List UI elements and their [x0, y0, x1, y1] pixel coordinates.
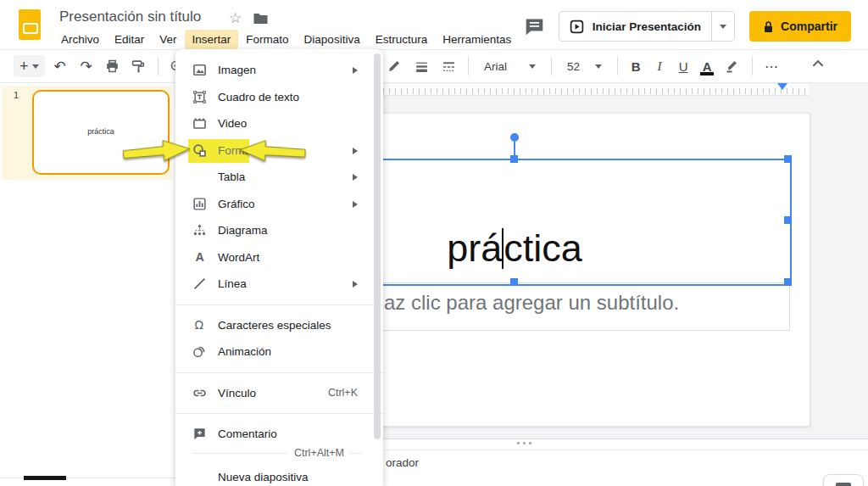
insert-menu-item-caracteres-especiales[interactable]: ΩCaracteres especiales — [175, 312, 383, 339]
empty-icon-slot — [192, 170, 208, 184]
toolbar-left: + ↶ ↷ — [14, 53, 188, 79]
menu-item-label: Nueva diapositiva — [218, 471, 309, 483]
toolbar-divider — [752, 57, 753, 75]
new-slide-button[interactable]: + — [14, 55, 45, 77]
toolbar: + ↶ ↷ — [0, 49, 868, 83]
redo-button[interactable]: ↷ — [75, 55, 97, 77]
insert-menu-item-grafico[interactable]: Gráfico — [175, 191, 383, 218]
link-icon — [192, 386, 208, 400]
paint-format-button[interactable] — [128, 55, 150, 77]
insert-menu-item-video[interactable]: Video — [175, 110, 383, 137]
menubar-item-archivo[interactable]: Archivo — [53, 30, 107, 49]
shape-icon — [192, 143, 208, 158]
highlight-color-button[interactable] — [721, 55, 743, 77]
submenu-arrow-icon — [353, 174, 361, 181]
menubar-item-diapositiva[interactable]: Diapositiva — [297, 30, 368, 49]
omega-icon: Ω — [192, 318, 208, 332]
insert-menu-item-tabla[interactable]: Tabla — [175, 164, 383, 191]
font-family-select[interactable]: Arial — [477, 60, 542, 73]
font-size-select[interactable]: 52 — [560, 60, 609, 73]
italic-button[interactable]: I — [650, 59, 669, 74]
folder-icon[interactable] — [253, 13, 268, 25]
share-button[interactable]: Compartir — [749, 11, 851, 42]
chevron-down-icon — [595, 64, 602, 72]
border-dash-button[interactable] — [437, 55, 459, 77]
explore-button[interactable] — [823, 474, 864, 486]
star-icon[interactable]: ☆ — [229, 9, 242, 27]
insert-menu-item-imagen[interactable]: Imagen — [175, 57, 383, 84]
menu-divider — [175, 372, 383, 373]
menubar-item-herramientas[interactable]: Herramientas — [435, 30, 519, 49]
image-icon — [192, 63, 208, 77]
google-slides-app: Presentación sin título ☆ ArchivoEditarV… — [0, 0, 868, 486]
resize-handle-bottom-center[interactable] — [510, 278, 518, 286]
animation-icon — [192, 344, 208, 359]
menubar-item-formato[interactable]: Formato — [238, 30, 296, 49]
present-options-dropdown[interactable] — [711, 12, 734, 41]
border-color-button[interactable] — [383, 55, 405, 77]
submenu-arrow-icon — [353, 67, 361, 74]
menubar-item-ver[interactable]: Ver — [152, 30, 184, 49]
resize-handle-top-center[interactable] — [510, 155, 518, 163]
insert-menu-item-nueva-diapositiva[interactable]: Nueva diapositiva — [175, 464, 383, 486]
insert-menu-item-diagrama[interactable]: Diagrama — [175, 217, 383, 244]
underline-button[interactable]: U — [674, 59, 693, 74]
print-button[interactable] — [102, 55, 124, 77]
chevron-down-icon[interactable] — [32, 64, 39, 72]
menu-item-label: Gráfico — [218, 198, 255, 210]
menu-item-label: Caracteres especiales — [218, 319, 331, 332]
insert-menu-item-wordart[interactable]: AWordArt — [175, 244, 383, 271]
bold-button[interactable]: B — [626, 59, 645, 74]
rotation-handle[interactable] — [510, 133, 519, 142]
menu-item-label: Línea — [218, 277, 247, 290]
share-button-label: Compartir — [781, 20, 837, 33]
document-title[interactable]: Presentación sin título — [59, 8, 201, 25]
insert-menu-item-cuadro-de-texto[interactable]: Cuadro de texto — [175, 84, 383, 111]
ruler-indent-marker[interactable] — [777, 83, 787, 95]
resize-handle-middle-right[interactable] — [784, 216, 792, 224]
lock-icon — [763, 20, 774, 33]
insert-menu-item-comentario[interactable]: Comentario — [175, 421, 383, 448]
comments-icon[interactable] — [525, 18, 544, 36]
wordart-icon: A — [192, 250, 208, 265]
hide-menus-button[interactable] — [810, 56, 826, 71]
text-color-button[interactable]: A — [698, 59, 716, 74]
slides-logo-inner — [23, 23, 38, 34]
chevron-down-icon — [720, 25, 726, 32]
border-weight-button[interactable] — [410, 55, 432, 77]
menu-item-label: Vínculo — [218, 387, 256, 399]
toolbar-right: Arial 52 B I U A ⋯ — [383, 53, 779, 79]
empty-icon-slot — [192, 470, 208, 484]
insert-menu-item-linea[interactable]: Línea — [175, 271, 383, 298]
menubar-item-editar[interactable]: Editar — [107, 30, 152, 49]
comment-add-icon — [192, 427, 208, 441]
app-header: Presentación sin título ☆ ArchivoEditarV… — [0, 0, 868, 50]
menu-item-label: Tabla — [218, 170, 245, 183]
subtitle-placeholder-text[interactable]: az clic para agregar un subtítulo. — [384, 291, 679, 315]
font-family-value: Arial — [484, 60, 507, 73]
menu-item-label: Animación — [218, 345, 271, 358]
menu-scrollbar-thumb[interactable] — [374, 53, 381, 439]
chart-icon — [192, 197, 208, 211]
menubar-item-insertar[interactable]: Insertar — [185, 30, 239, 49]
line-icon — [192, 277, 208, 291]
resize-handle-top-right[interactable] — [784, 155, 792, 163]
filmstrip-scrollbar-thumb[interactable] — [24, 476, 66, 480]
menu-divider — [175, 304, 383, 305]
header-actions: Iniciar Presentación Compartir — [525, 11, 851, 42]
insert-menu-item-animacion[interactable]: Animación — [175, 338, 383, 366]
slides-logo-icon[interactable] — [19, 9, 41, 40]
submenu-arrow-icon — [353, 148, 361, 154]
menubar-item-estructura[interactable]: Estructura — [368, 30, 436, 49]
text-box-icon — [192, 90, 208, 104]
insert-menu-item-vinculo[interactable]: VínculoCtrl+K — [175, 380, 383, 407]
notes-placeholder-text[interactable]: orador — [386, 456, 419, 469]
title-text-before-cursor: prá — [447, 226, 502, 270]
notes-drag-handle[interactable] — [517, 442, 531, 444]
undo-button[interactable]: ↶ — [49, 55, 71, 77]
more-options-button[interactable]: ⋯ — [765, 59, 779, 75]
play-icon — [570, 20, 584, 34]
resize-handle-bottom-right[interactable] — [784, 278, 792, 286]
present-button[interactable]: Iniciar Presentación — [559, 11, 735, 42]
menu-divider — [175, 413, 383, 414]
